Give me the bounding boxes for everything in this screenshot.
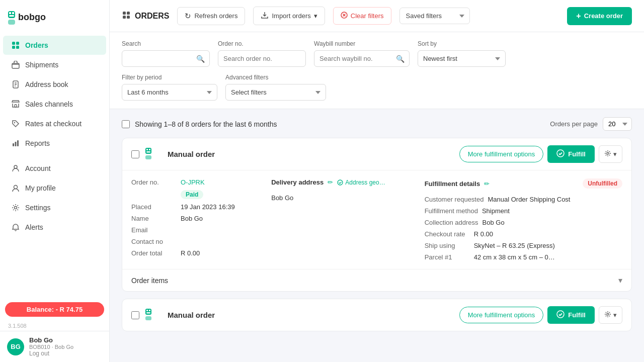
order-settings-button[interactable]: ▾: [599, 145, 622, 163]
avatar: BG: [7, 338, 24, 355]
svg-rect-6: [12, 42, 15, 45]
svg-rect-7: [16, 42, 19, 45]
order-card-body: Order no. O-JPRK Paid Placed 19 Jan 2023…: [122, 170, 631, 269]
sidebar-item-label: Rates at checkout: [25, 120, 82, 128]
collection-address-field: Collection address Bob Go: [425, 219, 622, 226]
fulfillment-details-label: Fulfillment details: [425, 180, 480, 188]
sidebar-item-orders[interactable]: Orders: [3, 36, 106, 55]
order-no-value[interactable]: O-JPRK: [181, 178, 205, 186]
refresh-orders-button[interactable]: ↻ Refresh orders: [177, 7, 245, 25]
partial-fulfill-button[interactable]: Fulfill: [547, 306, 595, 324]
fulfill-button[interactable]: Fulfill: [547, 145, 595, 163]
create-order-label: Create order: [584, 12, 623, 20]
sidebar-item-alerts[interactable]: Alerts: [3, 218, 106, 237]
edit-delivery-icon[interactable]: ✏: [328, 178, 333, 186]
clear-filters-button[interactable]: Clear filters: [333, 7, 391, 25]
svg-rect-9: [16, 46, 19, 49]
more-fulfillment-button[interactable]: More fulfillment options: [459, 146, 544, 162]
svg-point-18: [14, 186, 18, 189]
edit-fulfillment-icon[interactable]: ✏: [484, 180, 490, 188]
sidebar-item-my-profile[interactable]: My profile: [3, 178, 106, 198]
partial-chevron-icon: ▾: [613, 311, 617, 319]
svg-rect-16: [17, 140, 19, 146]
order-items-label: Order items: [131, 277, 618, 285]
advanced-filters-group: Advanced filters Select filters: [225, 74, 326, 101]
main-area: ORDERS ↻ Refresh orders Import orders ▾ …: [110, 0, 644, 362]
svg-rect-20: [123, 12, 126, 15]
sidebar-item-settings[interactable]: Settings: [3, 198, 106, 217]
import-chevron-icon: ▾: [314, 12, 317, 20]
address-geo-badge[interactable]: Address geo…: [337, 179, 385, 186]
store-icon: [11, 100, 20, 109]
sidebar-item-account[interactable]: Account: [3, 159, 106, 178]
order-actions: More fulfillment options Fulfill ▾: [459, 145, 622, 163]
content-area: Showing 1–8 of 8 orders for the last 6 m…: [110, 109, 644, 362]
svg-point-32: [338, 180, 343, 185]
period-select[interactable]: Last 6 months: [122, 84, 217, 101]
orders-icon: [122, 11, 131, 22]
order-no-label: Order no.: [218, 40, 306, 47]
saved-filters-select[interactable]: Saved filters: [399, 8, 470, 24]
order-type-logo: [145, 146, 162, 162]
parcel-label: Parcel #1: [425, 253, 470, 261]
per-page-row: Orders per page 20 50 100: [550, 117, 632, 131]
partial-order-actions: More fulfillment options Fulfill ▾: [459, 306, 622, 324]
sidebar-item-label: Shipments: [25, 61, 58, 69]
settings-chevron-icon: ▾: [613, 150, 617, 158]
logo-image: bobgo: [8, 9, 63, 28]
sidebar-item-label: Settings: [25, 204, 51, 212]
partial-fulfill-icon: [556, 310, 565, 320]
logo-area: bobgo: [0, 0, 109, 35]
sort-select[interactable]: Newest first: [418, 50, 506, 67]
fulfillment-method-label: Fulfillment method: [425, 207, 478, 215]
sidebar-item-sales-channels[interactable]: Sales channels: [3, 95, 106, 114]
refresh-icon: ↻: [185, 12, 191, 21]
contact-field: Contact no: [131, 238, 263, 245]
advanced-filters-select[interactable]: Select filters: [225, 84, 326, 101]
chart-icon: [11, 139, 20, 148]
page-title: ORDERS: [122, 11, 169, 22]
import-icon: [261, 11, 269, 21]
sidebar-item-shipments[interactable]: Shipments: [3, 55, 106, 74]
sidebar-item-label: Account: [25, 164, 51, 172]
fulfillment-status-badge: Unfulfilled: [583, 178, 622, 189]
delivery-col: Delivery address ✏ Address geo… Bob Go: [271, 178, 416, 261]
sidebar-item-address-book[interactable]: Address book: [3, 75, 106, 94]
order-no-input[interactable]: [218, 50, 306, 67]
sidebar-item-reports[interactable]: Reports: [3, 134, 106, 153]
name-label: Name: [131, 215, 177, 222]
select-all-checkbox[interactable]: [122, 120, 130, 128]
parcel-value: 42 cm x 38 cm x 5 cm – 0…: [474, 253, 555, 261]
ship-using-value: SkyNet – R 63.25 (Express): [474, 242, 555, 249]
order-card: Manual order More fulfillment options Fu…: [122, 138, 632, 292]
order-items-chevron-icon: ▾: [618, 276, 622, 285]
svg-point-30: [557, 150, 564, 157]
order-checkbox[interactable]: [131, 150, 139, 158]
svg-rect-37: [145, 316, 151, 320]
logout-link[interactable]: Log out: [29, 350, 102, 357]
customer-requested-label: Customer requested: [425, 196, 484, 203]
profile-icon: [11, 184, 20, 193]
person-icon: [11, 164, 20, 173]
waybill-input-wrapper: 🔍: [314, 50, 410, 67]
ship-using-field: Ship using SkyNet – R 63.25 (Express): [425, 242, 622, 249]
search-label: Search: [122, 40, 210, 47]
balance-badge[interactable]: Balance: - R 74.75: [5, 302, 104, 317]
collection-address-value: Bob Go: [482, 219, 505, 226]
sidebar-item-rates-at-checkout[interactable]: Rates at checkout: [3, 114, 106, 133]
import-orders-button[interactable]: Import orders ▾: [253, 7, 325, 25]
partial-settings-button[interactable]: ▾: [599, 306, 622, 324]
waybill-input[interactable]: [314, 50, 410, 67]
create-order-button[interactable]: + Create order: [567, 7, 632, 25]
partial-order-checkbox[interactable]: [131, 311, 139, 319]
per-page-select[interactable]: 20 50 100: [603, 117, 632, 131]
search-input[interactable]: [122, 50, 210, 67]
order-no-label: Order no.: [131, 178, 177, 186]
partial-settings-icon: [604, 311, 611, 319]
partial-more-fulfillment-button[interactable]: More fulfillment options: [459, 307, 544, 323]
order-items-row[interactable]: Order items ▾: [122, 269, 631, 291]
svg-rect-33: [145, 309, 151, 315]
status-field: Paid: [131, 190, 263, 199]
svg-rect-0: [8, 11, 15, 18]
sort-group: Sort by Newest first: [418, 40, 506, 67]
